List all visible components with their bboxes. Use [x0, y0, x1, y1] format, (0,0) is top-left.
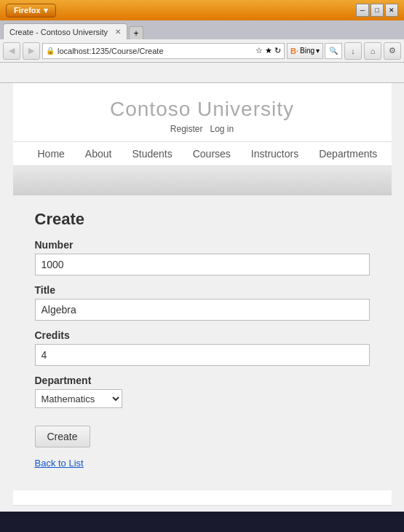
page-content: Contoso University Register Log in Home … [0, 83, 404, 512]
window-controls: ─ □ ✕ [356, 4, 398, 17]
address-text: localhost:1235/Course/Create [58, 47, 253, 55]
site-auth: Register Log in [13, 124, 392, 134]
tools-button[interactable]: ⚙ [384, 42, 401, 60]
tab-title: Create - Contoso University [9, 28, 108, 36]
bing-dropdown[interactable]: B· Bing ▾ [287, 43, 323, 59]
credits-field-group: Credits [35, 329, 370, 366]
title-field-group: Title [35, 284, 370, 321]
nav-students[interactable]: Students [122, 142, 182, 165]
number-label: Number [35, 239, 370, 251]
register-link[interactable]: Register [170, 124, 203, 134]
nav-about[interactable]: About [75, 142, 122, 165]
download-button[interactable]: ↓ [344, 42, 362, 60]
nav-courses[interactable]: Courses [183, 142, 241, 165]
home-button[interactable]: ⌂ [364, 42, 381, 60]
restore-button[interactable]: □ [371, 4, 384, 17]
firefox-dropdown-icon: ▾ [44, 6, 48, 15]
bing-dropdown-icon: ▾ [316, 47, 320, 55]
search-area: B· Bing ▾ 🔍 [287, 43, 342, 59]
site-footer: © 2013 - Contoso University [13, 505, 392, 512]
credits-label: Credits [35, 329, 370, 341]
address-icons: ☆ ★ ↻ [256, 46, 281, 55]
minimize-button[interactable]: ─ [356, 4, 369, 17]
firefox-button[interactable]: Firefox ▾ [6, 4, 56, 17]
login-link[interactable]: Log in [210, 124, 234, 134]
firefox-label: Firefox [14, 6, 41, 15]
forward-arrow-icon: ▶ [28, 46, 34, 55]
search-box[interactable]: 🔍 [325, 43, 342, 59]
credits-input[interactable] [35, 344, 370, 366]
number-input[interactable] [35, 254, 370, 275]
close-button[interactable]: ✕ [385, 4, 398, 17]
lock-icon: 🔒 [46, 47, 55, 55]
back-button[interactable]: ◀ [3, 42, 20, 60]
main-content: Create Number Title Credits Department M… [13, 195, 392, 490]
tab-bar: Create - Contoso University ✕ + [0, 20, 404, 39]
tools-icon: ⚙ [389, 46, 396, 55]
site-header: Contoso University Register Log in [13, 83, 392, 141]
site-wrapper: Contoso University Register Log in Home … [13, 83, 392, 512]
nav-departments[interactable]: Departments [309, 142, 387, 165]
address-bar[interactable]: 🔒 localhost:1235/Course/Create ☆ ★ ↻ [42, 43, 285, 59]
number-field-group: Number [35, 239, 370, 275]
home-icon: ⌂ [371, 47, 376, 55]
department-field-group: Department Mathematics English Economics… [35, 375, 370, 408]
site-navigation: Home About Students Courses Instructors … [13, 141, 392, 166]
bing-logo: B· [290, 47, 298, 55]
hero-banner [13, 166, 392, 195]
active-tab[interactable]: Create - Contoso University ✕ [3, 23, 127, 39]
forward-button[interactable]: ▶ [23, 42, 40, 60]
refresh-icon[interactable]: ↻ [274, 46, 281, 55]
page-heading: Create [35, 210, 370, 229]
department-label: Department [35, 375, 370, 386]
tab-close-icon[interactable]: ✕ [115, 28, 121, 36]
create-button[interactable]: Create [35, 426, 90, 447]
star-icon[interactable]: ☆ [256, 46, 263, 55]
title-input[interactable] [35, 299, 370, 321]
new-tab-button[interactable]: + [129, 26, 143, 39]
browser-toolbar [0, 63, 404, 83]
bookmark-icon[interactable]: ★ [265, 46, 272, 55]
search-icon: 🔍 [329, 47, 338, 55]
department-select[interactable]: Mathematics English Economics Engineerin… [35, 389, 122, 408]
site-title: Contoso University [13, 98, 392, 121]
title-bar: Firefox ▾ ─ □ ✕ [0, 0, 404, 20]
nav-home[interactable]: Home [28, 142, 75, 165]
browser-window: Firefox ▾ ─ □ ✕ Create - Contoso Univers… [0, 0, 404, 83]
nav-instructors[interactable]: Instructors [241, 142, 309, 165]
back-arrow-icon: ◀ [9, 46, 15, 55]
bing-label: Bing [300, 47, 314, 55]
navigation-bar: ◀ ▶ 🔒 localhost:1235/Course/Create ☆ ★ ↻… [0, 39, 404, 63]
back-to-list-link[interactable]: Back to List [35, 458, 370, 469]
title-label: Title [35, 284, 370, 296]
create-button-group: Create [35, 417, 370, 447]
